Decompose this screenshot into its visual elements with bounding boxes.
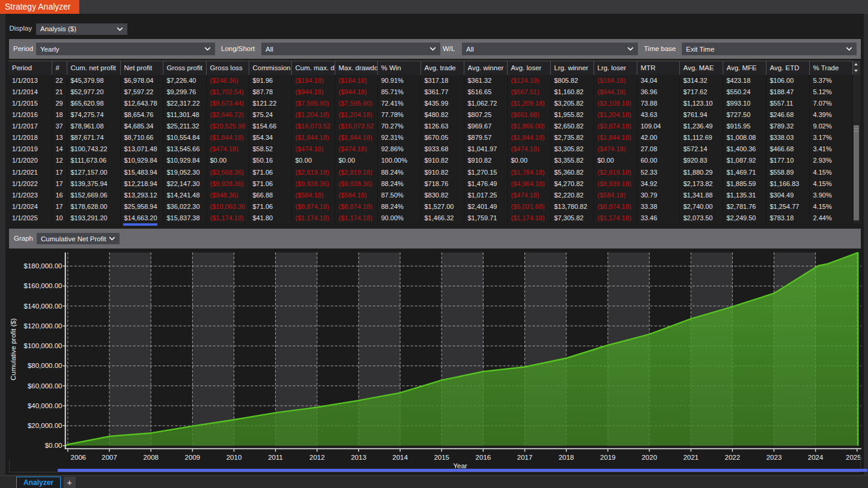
svg-text:$80,000.00: $80,000.00	[28, 362, 62, 369]
svg-text:$40,000.00: $40,000.00	[28, 402, 62, 409]
svg-text:2024: 2024	[808, 454, 824, 461]
svg-text:2023: 2023	[766, 454, 782, 461]
svg-text:2016: 2016	[476, 454, 491, 461]
svg-text:2019: 2019	[600, 454, 616, 461]
svg-text:2015: 2015	[434, 454, 449, 461]
svg-text:2020: 2020	[642, 454, 657, 461]
svg-text:2008: 2008	[143, 454, 159, 461]
svg-text:2014: 2014	[392, 454, 408, 461]
svg-text:2013: 2013	[351, 454, 366, 461]
svg-text:2022: 2022	[725, 454, 741, 461]
svg-text:$140,000.00: $140,000.00	[24, 303, 62, 310]
svg-text:2010: 2010	[226, 454, 242, 461]
svg-text:2009: 2009	[185, 454, 201, 461]
svg-text:2006: 2006	[71, 454, 86, 461]
svg-text:$180,000.00: $180,000.00	[24, 262, 62, 270]
svg-text:$0.00: $0.00	[45, 442, 62, 449]
svg-text:$20,000.00: $20,000.00	[28, 422, 62, 429]
svg-text:Year: Year	[453, 462, 467, 469]
svg-text:$100,000.00: $100,000.00	[24, 342, 62, 349]
svg-text:2021: 2021	[683, 454, 699, 461]
svg-text:2011: 2011	[268, 454, 283, 461]
svg-text:2025: 2025	[846, 454, 861, 461]
svg-text:Cumulative profit ($): Cumulative profit ($)	[10, 318, 17, 381]
svg-text:2007: 2007	[102, 454, 117, 461]
svg-text:$60,000.00: $60,000.00	[28, 382, 62, 390]
svg-text:2018: 2018	[559, 454, 574, 461]
svg-text:2017: 2017	[517, 454, 533, 461]
svg-text:$160,000.00: $160,000.00	[24, 282, 62, 289]
svg-text:$120,000.00: $120,000.00	[24, 322, 62, 330]
svg-text:2012: 2012	[309, 454, 325, 461]
